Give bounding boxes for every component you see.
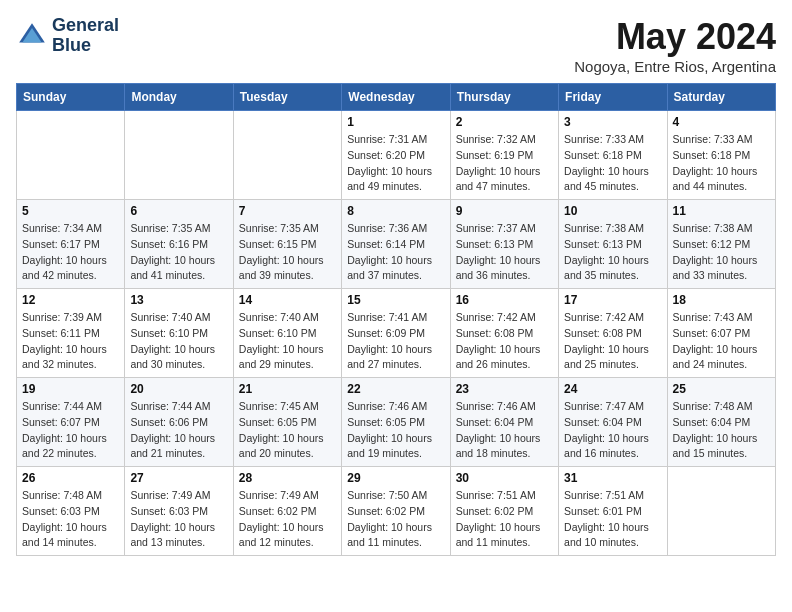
day-number: 5 xyxy=(22,204,119,218)
logo: General Blue xyxy=(16,16,119,56)
day-info: Sunrise: 7:42 AM Sunset: 6:08 PM Dayligh… xyxy=(456,310,553,373)
calendar-cell: 19Sunrise: 7:44 AM Sunset: 6:07 PM Dayli… xyxy=(17,378,125,467)
day-info: Sunrise: 7:45 AM Sunset: 6:05 PM Dayligh… xyxy=(239,399,336,462)
day-info: Sunrise: 7:40 AM Sunset: 6:10 PM Dayligh… xyxy=(239,310,336,373)
day-info: Sunrise: 7:33 AM Sunset: 6:18 PM Dayligh… xyxy=(673,132,770,195)
day-number: 19 xyxy=(22,382,119,396)
column-header-friday: Friday xyxy=(559,84,667,111)
day-info: Sunrise: 7:33 AM Sunset: 6:18 PM Dayligh… xyxy=(564,132,661,195)
calendar-cell: 23Sunrise: 7:46 AM Sunset: 6:04 PM Dayli… xyxy=(450,378,558,467)
calendar-cell: 4Sunrise: 7:33 AM Sunset: 6:18 PM Daylig… xyxy=(667,111,775,200)
calendar-header-row: SundayMondayTuesdayWednesdayThursdayFrid… xyxy=(17,84,776,111)
day-number: 22 xyxy=(347,382,444,396)
day-number: 14 xyxy=(239,293,336,307)
day-info: Sunrise: 7:49 AM Sunset: 6:03 PM Dayligh… xyxy=(130,488,227,551)
page-header: General Blue May 2024 Nogoya, Entre Rios… xyxy=(16,16,776,75)
calendar-cell xyxy=(233,111,341,200)
calendar-cell: 15Sunrise: 7:41 AM Sunset: 6:09 PM Dayli… xyxy=(342,289,450,378)
calendar-cell: 2Sunrise: 7:32 AM Sunset: 6:19 PM Daylig… xyxy=(450,111,558,200)
day-info: Sunrise: 7:32 AM Sunset: 6:19 PM Dayligh… xyxy=(456,132,553,195)
day-info: Sunrise: 7:47 AM Sunset: 6:04 PM Dayligh… xyxy=(564,399,661,462)
column-header-sunday: Sunday xyxy=(17,84,125,111)
calendar-cell: 29Sunrise: 7:50 AM Sunset: 6:02 PM Dayli… xyxy=(342,467,450,556)
day-number: 6 xyxy=(130,204,227,218)
day-info: Sunrise: 7:46 AM Sunset: 6:05 PM Dayligh… xyxy=(347,399,444,462)
day-info: Sunrise: 7:31 AM Sunset: 6:20 PM Dayligh… xyxy=(347,132,444,195)
calendar-cell: 27Sunrise: 7:49 AM Sunset: 6:03 PM Dayli… xyxy=(125,467,233,556)
day-number: 28 xyxy=(239,471,336,485)
calendar-cell: 12Sunrise: 7:39 AM Sunset: 6:11 PM Dayli… xyxy=(17,289,125,378)
calendar-cell: 9Sunrise: 7:37 AM Sunset: 6:13 PM Daylig… xyxy=(450,200,558,289)
calendar-cell: 6Sunrise: 7:35 AM Sunset: 6:16 PM Daylig… xyxy=(125,200,233,289)
calendar-cell xyxy=(17,111,125,200)
calendar-cell: 20Sunrise: 7:44 AM Sunset: 6:06 PM Dayli… xyxy=(125,378,233,467)
column-header-wednesday: Wednesday xyxy=(342,84,450,111)
calendar-cell: 13Sunrise: 7:40 AM Sunset: 6:10 PM Dayli… xyxy=(125,289,233,378)
calendar-cell: 17Sunrise: 7:42 AM Sunset: 6:08 PM Dayli… xyxy=(559,289,667,378)
day-info: Sunrise: 7:42 AM Sunset: 6:08 PM Dayligh… xyxy=(564,310,661,373)
day-info: Sunrise: 7:37 AM Sunset: 6:13 PM Dayligh… xyxy=(456,221,553,284)
day-info: Sunrise: 7:38 AM Sunset: 6:13 PM Dayligh… xyxy=(564,221,661,284)
day-number: 17 xyxy=(564,293,661,307)
day-number: 4 xyxy=(673,115,770,129)
calendar-cell: 26Sunrise: 7:48 AM Sunset: 6:03 PM Dayli… xyxy=(17,467,125,556)
day-number: 12 xyxy=(22,293,119,307)
day-number: 26 xyxy=(22,471,119,485)
column-header-saturday: Saturday xyxy=(667,84,775,111)
column-header-monday: Monday xyxy=(125,84,233,111)
calendar-cell: 3Sunrise: 7:33 AM Sunset: 6:18 PM Daylig… xyxy=(559,111,667,200)
calendar-cell: 14Sunrise: 7:40 AM Sunset: 6:10 PM Dayli… xyxy=(233,289,341,378)
calendar-cell: 18Sunrise: 7:43 AM Sunset: 6:07 PM Dayli… xyxy=(667,289,775,378)
calendar-cell: 28Sunrise: 7:49 AM Sunset: 6:02 PM Dayli… xyxy=(233,467,341,556)
day-number: 29 xyxy=(347,471,444,485)
month-title: May 2024 xyxy=(574,16,776,58)
day-info: Sunrise: 7:48 AM Sunset: 6:03 PM Dayligh… xyxy=(22,488,119,551)
day-info: Sunrise: 7:36 AM Sunset: 6:14 PM Dayligh… xyxy=(347,221,444,284)
day-info: Sunrise: 7:39 AM Sunset: 6:11 PM Dayligh… xyxy=(22,310,119,373)
logo-icon xyxy=(16,20,48,52)
calendar-week-row: 26Sunrise: 7:48 AM Sunset: 6:03 PM Dayli… xyxy=(17,467,776,556)
day-number: 25 xyxy=(673,382,770,396)
day-info: Sunrise: 7:51 AM Sunset: 6:01 PM Dayligh… xyxy=(564,488,661,551)
calendar-cell: 30Sunrise: 7:51 AM Sunset: 6:02 PM Dayli… xyxy=(450,467,558,556)
title-area: May 2024 Nogoya, Entre Rios, Argentina xyxy=(574,16,776,75)
calendar-cell xyxy=(667,467,775,556)
calendar-week-row: 19Sunrise: 7:44 AM Sunset: 6:07 PM Dayli… xyxy=(17,378,776,467)
day-number: 23 xyxy=(456,382,553,396)
day-info: Sunrise: 7:41 AM Sunset: 6:09 PM Dayligh… xyxy=(347,310,444,373)
calendar-week-row: 1Sunrise: 7:31 AM Sunset: 6:20 PM Daylig… xyxy=(17,111,776,200)
day-info: Sunrise: 7:35 AM Sunset: 6:16 PM Dayligh… xyxy=(130,221,227,284)
day-info: Sunrise: 7:44 AM Sunset: 6:06 PM Dayligh… xyxy=(130,399,227,462)
calendar-cell xyxy=(125,111,233,200)
day-info: Sunrise: 7:48 AM Sunset: 6:04 PM Dayligh… xyxy=(673,399,770,462)
calendar-table: SundayMondayTuesdayWednesdayThursdayFrid… xyxy=(16,83,776,556)
day-number: 8 xyxy=(347,204,444,218)
day-number: 24 xyxy=(564,382,661,396)
day-info: Sunrise: 7:34 AM Sunset: 6:17 PM Dayligh… xyxy=(22,221,119,284)
logo-text: General Blue xyxy=(52,16,119,56)
calendar-cell: 16Sunrise: 7:42 AM Sunset: 6:08 PM Dayli… xyxy=(450,289,558,378)
calendar-cell: 7Sunrise: 7:35 AM Sunset: 6:15 PM Daylig… xyxy=(233,200,341,289)
day-number: 20 xyxy=(130,382,227,396)
calendar-cell: 31Sunrise: 7:51 AM Sunset: 6:01 PM Dayli… xyxy=(559,467,667,556)
day-info: Sunrise: 7:51 AM Sunset: 6:02 PM Dayligh… xyxy=(456,488,553,551)
day-number: 2 xyxy=(456,115,553,129)
column-header-thursday: Thursday xyxy=(450,84,558,111)
calendar-cell: 10Sunrise: 7:38 AM Sunset: 6:13 PM Dayli… xyxy=(559,200,667,289)
day-number: 10 xyxy=(564,204,661,218)
day-info: Sunrise: 7:43 AM Sunset: 6:07 PM Dayligh… xyxy=(673,310,770,373)
day-number: 7 xyxy=(239,204,336,218)
day-info: Sunrise: 7:38 AM Sunset: 6:12 PM Dayligh… xyxy=(673,221,770,284)
day-info: Sunrise: 7:35 AM Sunset: 6:15 PM Dayligh… xyxy=(239,221,336,284)
day-number: 27 xyxy=(130,471,227,485)
day-number: 30 xyxy=(456,471,553,485)
day-number: 15 xyxy=(347,293,444,307)
column-header-tuesday: Tuesday xyxy=(233,84,341,111)
day-number: 13 xyxy=(130,293,227,307)
calendar-week-row: 5Sunrise: 7:34 AM Sunset: 6:17 PM Daylig… xyxy=(17,200,776,289)
calendar-cell: 25Sunrise: 7:48 AM Sunset: 6:04 PM Dayli… xyxy=(667,378,775,467)
calendar-cell: 8Sunrise: 7:36 AM Sunset: 6:14 PM Daylig… xyxy=(342,200,450,289)
calendar-cell: 22Sunrise: 7:46 AM Sunset: 6:05 PM Dayli… xyxy=(342,378,450,467)
day-number: 18 xyxy=(673,293,770,307)
day-number: 9 xyxy=(456,204,553,218)
